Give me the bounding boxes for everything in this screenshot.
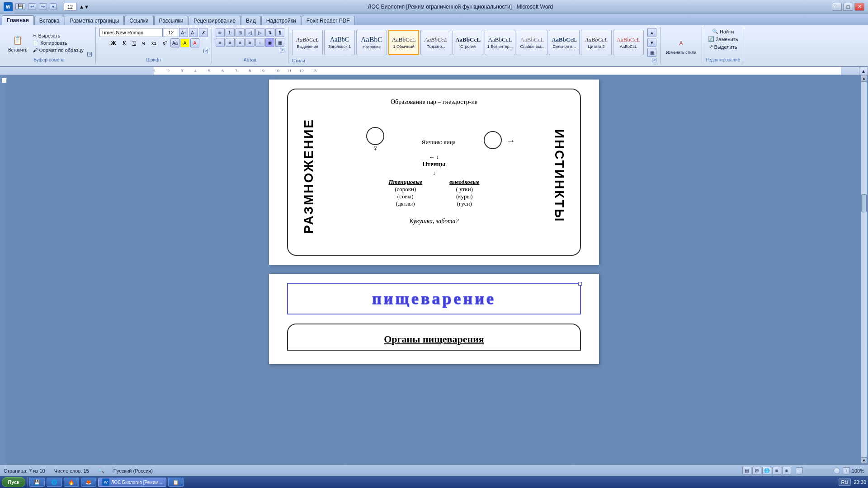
replace-button[interactable]: 🔄 Заменить bbox=[706, 36, 740, 42]
redo-quick-btn[interactable]: ↪ bbox=[39, 3, 47, 10]
resize-handle[interactable] bbox=[578, 282, 582, 286]
tab-references[interactable]: Ссылки bbox=[124, 16, 153, 25]
style-heading1[interactable]: AaBbC Заголовок 1 bbox=[324, 30, 355, 55]
document-scroll-area[interactable]: Образование пар – гнездостр-ие РАЗМНОЖЕН… bbox=[8, 75, 860, 477]
sort-btn[interactable]: ⇅ bbox=[265, 28, 274, 37]
paragraph-expand[interactable]: ↗ bbox=[280, 48, 284, 52]
numbered-list-btn[interactable]: 1· bbox=[226, 28, 235, 37]
start-button[interactable]: Пуск bbox=[2, 477, 25, 487]
scrollbar-track[interactable] bbox=[861, 81, 867, 457]
select-button[interactable]: ↗ Выделить bbox=[707, 43, 739, 50]
active-window-btn[interactable]: W ЛОС Биология [Режим... bbox=[98, 478, 166, 487]
highlight-btn[interactable]: А bbox=[180, 38, 189, 47]
scroll-down-btn[interactable]: ▼ bbox=[861, 457, 867, 464]
bold-button[interactable]: Ж bbox=[108, 39, 119, 47]
border-btn[interactable]: ▦ bbox=[275, 38, 284, 47]
multilevel-list-btn[interactable]: ⊞ bbox=[236, 28, 245, 37]
outline-btn[interactable]: ≡ bbox=[772, 467, 781, 475]
grow-font-btn[interactable]: A↑ bbox=[179, 28, 188, 37]
increase-indent-btn[interactable]: ▷ bbox=[255, 28, 264, 37]
shrink-font-btn[interactable]: A↓ bbox=[189, 28, 198, 37]
strikethrough-button[interactable]: ч bbox=[140, 39, 148, 47]
tab-home[interactable]: Главная bbox=[2, 15, 34, 25]
font-size-spinner[interactable]: ▲▼ bbox=[79, 4, 89, 9]
taskbar-extra-btn[interactable]: 📋 bbox=[168, 478, 184, 487]
clipboard-expand[interactable]: ↗ bbox=[87, 52, 92, 56]
cut-button[interactable]: ✂ Вырезать bbox=[31, 33, 85, 39]
styles-expand-btn[interactable]: ↗ bbox=[652, 58, 656, 62]
style-highlight[interactable]: AaBbCcL Выделение bbox=[292, 30, 323, 55]
taskbar-ie-btn[interactable]: 💾 bbox=[29, 478, 45, 487]
taskbar-browser1-btn[interactable]: 🌐 bbox=[47, 478, 62, 487]
tab-foxit[interactable]: Foxit Reader PDF bbox=[302, 16, 355, 25]
case-btn[interactable]: Аа bbox=[170, 38, 179, 47]
precocial-example-1: ( утки) bbox=[456, 186, 473, 193]
web-layout-btn[interactable]: 🌐 bbox=[762, 467, 771, 475]
right-vertical-text: ИНСТИНКТЫ bbox=[552, 129, 566, 223]
style-no-spacing[interactable]: AaBbCcL 1 Без интер... bbox=[485, 30, 515, 55]
scrollbar-thumb[interactable] bbox=[861, 194, 867, 212]
clear-format-btn[interactable]: ✗ bbox=[199, 28, 208, 37]
find-button[interactable]: 🔍 Найти bbox=[710, 28, 736, 35]
zoom-slider[interactable] bbox=[805, 469, 841, 473]
format-painter-button[interactable]: 🖌 Формат по образцу bbox=[31, 47, 85, 53]
style-quote2[interactable]: AaBbCcL Цитата 2 bbox=[581, 30, 612, 55]
style-subtitle[interactable]: AaBbCcL Подзаго... bbox=[420, 30, 451, 55]
zoom-in-btn[interactable]: + bbox=[843, 467, 850, 474]
font-color-btn[interactable]: А bbox=[190, 38, 199, 47]
font-size-input[interactable] bbox=[164, 28, 178, 37]
close-btn[interactable]: ✕ bbox=[854, 3, 864, 11]
zoom-out-btn[interactable]: − bbox=[796, 467, 803, 474]
underline-button[interactable]: Ч bbox=[130, 39, 139, 47]
tab-mailings[interactable]: Рассылки bbox=[154, 16, 189, 25]
save-quick-btn[interactable]: 💾 bbox=[15, 3, 25, 10]
maximize-btn[interactable]: □ bbox=[843, 3, 853, 11]
paste-button[interactable]: 📋 Вставить bbox=[6, 32, 29, 53]
copy-button[interactable]: 📄 Копировать bbox=[31, 40, 85, 47]
styles-scroll-up[interactable]: ▲ bbox=[647, 28, 656, 37]
undo-quick-btn[interactable]: ↩ bbox=[28, 3, 36, 10]
ruler-toggle-btn[interactable]: ▲ bbox=[859, 67, 868, 75]
style-normal[interactable]: AaBbCcL 1 Обычный bbox=[388, 30, 419, 55]
taskbar-browser2-btn[interactable]: 🔥 bbox=[64, 478, 79, 487]
shading-btn[interactable]: ◼ bbox=[265, 38, 274, 47]
tab-insert[interactable]: Вставка bbox=[34, 16, 65, 25]
change-styles-btn[interactable]: A Изменить стили bbox=[664, 35, 698, 56]
style-extra[interactable]: AaBbCcL AaBbCcL bbox=[613, 30, 644, 55]
decrease-indent-btn[interactable]: ◁ bbox=[245, 28, 255, 37]
align-center-btn[interactable]: ≡ bbox=[226, 38, 235, 47]
tab-addins[interactable]: Надстройки bbox=[261, 16, 301, 25]
font-expand[interactable]: ↗ bbox=[203, 49, 208, 53]
minimize-btn[interactable]: ─ bbox=[832, 3, 842, 11]
line-spacing-btn[interactable]: ↕ bbox=[255, 38, 264, 47]
tab-page-layout[interactable]: Разметка страницы bbox=[65, 16, 124, 25]
subscript-button[interactable]: x₂ bbox=[149, 39, 159, 47]
style-subtle[interactable]: AaBbCcL Слабое вы... bbox=[517, 30, 547, 55]
align-left-btn[interactable]: ≡ bbox=[216, 38, 225, 47]
zoom-level: 100% bbox=[852, 468, 864, 474]
style-strong[interactable]: AaBbCcL Строгий bbox=[453, 30, 483, 55]
scroll-up-btn[interactable]: ▲ bbox=[861, 75, 867, 81]
styles-expand[interactable]: ▦ bbox=[647, 48, 656, 57]
superscript-button[interactable]: x² bbox=[160, 39, 170, 47]
view-buttons: ▤ ⊞ 🌐 ≡ ≡ bbox=[742, 467, 791, 475]
bullet-list-btn[interactable]: ≡· bbox=[216, 28, 225, 37]
italic-button[interactable]: К bbox=[120, 39, 129, 47]
zoom-thumb[interactable] bbox=[834, 468, 840, 474]
qa-dropdown[interactable]: ▾ bbox=[50, 3, 57, 10]
full-screen-btn[interactable]: ⊞ bbox=[752, 467, 761, 475]
align-right-btn[interactable]: ≡ bbox=[236, 38, 245, 47]
tab-view[interactable]: Вид bbox=[241, 16, 261, 25]
font-name-input[interactable] bbox=[99, 28, 163, 37]
justify-btn[interactable]: ≡ bbox=[245, 38, 255, 47]
tab-review[interactable]: Рецензирование bbox=[189, 16, 241, 25]
style-title[interactable]: AaBbC Название bbox=[356, 30, 387, 55]
font-size-title[interactable] bbox=[64, 3, 76, 11]
show-formatting-btn[interactable]: ¶ bbox=[275, 28, 284, 37]
taskbar-browser3-btn[interactable]: 🦊 bbox=[81, 478, 96, 487]
lang-indicator[interactable]: RU bbox=[839, 479, 851, 486]
print-layout-btn[interactable]: ▤ bbox=[742, 467, 751, 475]
styles-scroll-down[interactable]: ▼ bbox=[647, 38, 656, 47]
style-intense[interactable]: AaBbCcL Сильное в... bbox=[549, 30, 580, 55]
draft-btn[interactable]: ≡ bbox=[782, 467, 791, 475]
